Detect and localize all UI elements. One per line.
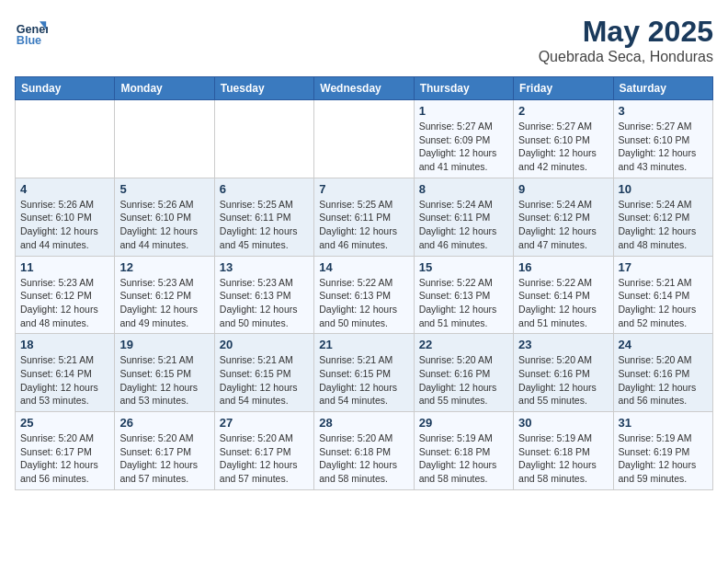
calendar-cell: 25Sunrise: 5:20 AM Sunset: 6:17 PM Dayli… [16, 412, 115, 490]
calendar-cell: 11Sunrise: 5:23 AM Sunset: 6:12 PM Dayli… [16, 256, 115, 334]
calendar-cell [214, 100, 313, 178]
day-info: Sunrise: 5:20 AM Sunset: 6:17 PM Dayligh… [20, 431, 109, 486]
day-number: 15 [419, 260, 508, 274]
day-info: Sunrise: 5:20 AM Sunset: 6:16 PM Dayligh… [518, 353, 608, 408]
day-header-tuesday: Tuesday [214, 77, 313, 100]
calendar-cell: 3Sunrise: 5:27 AM Sunset: 6:10 PM Daylig… [613, 100, 712, 178]
day-info: Sunrise: 5:21 AM Sunset: 6:14 PM Dayligh… [20, 353, 109, 408]
day-info: Sunrise: 5:20 AM Sunset: 6:16 PM Dayligh… [619, 353, 708, 408]
calendar-cell: 9Sunrise: 5:24 AM Sunset: 6:12 PM Daylig… [514, 178, 613, 256]
day-number: 13 [220, 260, 309, 274]
day-info: Sunrise: 5:22 AM Sunset: 6:14 PM Dayligh… [518, 276, 608, 330]
day-header-thursday: Thursday [414, 77, 513, 100]
calendar-cell [16, 100, 115, 178]
day-number: 28 [319, 416, 408, 430]
calendar-cell: 14Sunrise: 5:22 AM Sunset: 6:13 PM Dayli… [314, 256, 414, 334]
calendar-cell: 8Sunrise: 5:24 AM Sunset: 6:11 PM Daylig… [414, 178, 513, 256]
day-number: 23 [518, 338, 608, 351]
calendar-cell: 31Sunrise: 5:19 AM Sunset: 6:19 PM Dayli… [613, 412, 712, 490]
day-number: 18 [20, 338, 109, 351]
day-info: Sunrise: 5:24 AM Sunset: 6:12 PM Dayligh… [518, 198, 608, 252]
calendar-cell: 16Sunrise: 5:22 AM Sunset: 6:14 PM Dayli… [514, 256, 613, 334]
day-info: Sunrise: 5:19 AM Sunset: 6:18 PM Dayligh… [518, 431, 608, 486]
day-number: 24 [619, 338, 708, 351]
day-info: Sunrise: 5:27 AM Sunset: 6:10 PM Dayligh… [518, 120, 608, 174]
calendar-cell: 15Sunrise: 5:22 AM Sunset: 6:13 PM Dayli… [414, 256, 513, 334]
calendar-cell: 5Sunrise: 5:26 AM Sunset: 6:10 PM Daylig… [115, 178, 214, 256]
calendar-table: SundayMondayTuesdayWednesdayThursdayFrid… [15, 76, 713, 490]
svg-text:Blue: Blue [17, 34, 41, 47]
day-header-monday: Monday [115, 77, 214, 100]
day-number: 25 [20, 416, 109, 430]
day-info: Sunrise: 5:23 AM Sunset: 6:13 PM Dayligh… [220, 276, 309, 330]
day-info: Sunrise: 5:22 AM Sunset: 6:13 PM Dayligh… [319, 276, 408, 330]
calendar-cell: 6Sunrise: 5:25 AM Sunset: 6:11 PM Daylig… [214, 178, 313, 256]
calendar-cell: 24Sunrise: 5:20 AM Sunset: 6:16 PM Dayli… [613, 334, 712, 412]
day-number: 26 [119, 416, 209, 430]
day-info: Sunrise: 5:20 AM Sunset: 6:18 PM Dayligh… [319, 431, 408, 486]
day-info: Sunrise: 5:26 AM Sunset: 6:10 PM Dayligh… [119, 198, 209, 252]
day-info: Sunrise: 5:20 AM Sunset: 6:16 PM Dayligh… [419, 353, 508, 408]
day-number: 10 [619, 182, 708, 196]
day-info: Sunrise: 5:22 AM Sunset: 6:13 PM Dayligh… [419, 276, 508, 330]
day-number: 21 [319, 338, 408, 351]
day-number: 29 [419, 416, 508, 430]
day-header-saturday: Saturday [613, 77, 712, 100]
day-number: 7 [319, 182, 408, 196]
day-number: 14 [319, 260, 408, 274]
calendar-cell: 28Sunrise: 5:20 AM Sunset: 6:18 PM Dayli… [314, 412, 414, 490]
calendar-cell: 18Sunrise: 5:21 AM Sunset: 6:14 PM Dayli… [16, 334, 115, 412]
calendar-cell: 7Sunrise: 5:25 AM Sunset: 6:11 PM Daylig… [314, 178, 414, 256]
logo-icon: General Blue [15, 15, 48, 48]
day-header-friday: Friday [514, 77, 613, 100]
day-info: Sunrise: 5:25 AM Sunset: 6:11 PM Dayligh… [220, 198, 309, 252]
day-number: 11 [20, 260, 109, 274]
calendar-cell [314, 100, 414, 178]
calendar-cell: 19Sunrise: 5:21 AM Sunset: 6:15 PM Dayli… [115, 334, 214, 412]
day-info: Sunrise: 5:19 AM Sunset: 6:19 PM Dayligh… [619, 431, 708, 486]
day-info: Sunrise: 5:27 AM Sunset: 6:09 PM Dayligh… [419, 120, 508, 174]
day-info: Sunrise: 5:21 AM Sunset: 6:14 PM Dayligh… [619, 276, 708, 330]
day-number: 1 [419, 104, 508, 118]
day-number: 3 [619, 104, 708, 118]
calendar-cell: 22Sunrise: 5:20 AM Sunset: 6:16 PM Dayli… [414, 334, 513, 412]
day-header-sunday: Sunday [16, 77, 115, 100]
day-number: 22 [419, 338, 508, 351]
day-number: 19 [119, 338, 209, 351]
day-info: Sunrise: 5:27 AM Sunset: 6:10 PM Dayligh… [619, 120, 708, 174]
day-number: 5 [119, 182, 209, 196]
day-info: Sunrise: 5:26 AM Sunset: 6:10 PM Dayligh… [20, 198, 109, 252]
day-info: Sunrise: 5:25 AM Sunset: 6:11 PM Dayligh… [319, 198, 408, 252]
day-number: 17 [619, 260, 708, 274]
day-number: 6 [220, 182, 309, 196]
calendar-cell: 17Sunrise: 5:21 AM Sunset: 6:14 PM Dayli… [613, 256, 712, 334]
day-info: Sunrise: 5:20 AM Sunset: 6:17 PM Dayligh… [119, 431, 209, 486]
day-info: Sunrise: 5:23 AM Sunset: 6:12 PM Dayligh… [20, 276, 109, 330]
calendar-cell [115, 100, 214, 178]
day-info: Sunrise: 5:23 AM Sunset: 6:12 PM Dayligh… [119, 276, 209, 330]
day-info: Sunrise: 5:21 AM Sunset: 6:15 PM Dayligh… [119, 353, 209, 408]
day-number: 30 [518, 416, 608, 430]
calendar-cell: 12Sunrise: 5:23 AM Sunset: 6:12 PM Dayli… [115, 256, 214, 334]
calendar-cell: 2Sunrise: 5:27 AM Sunset: 6:10 PM Daylig… [514, 100, 613, 178]
calendar-cell: 29Sunrise: 5:19 AM Sunset: 6:18 PM Dayli… [414, 412, 513, 490]
location-subtitle: Quebrada Seca, Honduras [539, 49, 713, 65]
page-header: General Blue May 2025 Quebrada Seca, Hon… [15, 15, 713, 65]
calendar-cell: 26Sunrise: 5:20 AM Sunset: 6:17 PM Dayli… [115, 412, 214, 490]
day-number: 31 [619, 416, 708, 430]
day-number: 9 [518, 182, 608, 196]
calendar-cell: 21Sunrise: 5:21 AM Sunset: 6:15 PM Dayli… [314, 334, 414, 412]
day-info: Sunrise: 5:21 AM Sunset: 6:15 PM Dayligh… [319, 353, 408, 408]
calendar-cell: 23Sunrise: 5:20 AM Sunset: 6:16 PM Dayli… [514, 334, 613, 412]
month-title: May 2025 [539, 15, 713, 49]
calendar-cell: 20Sunrise: 5:21 AM Sunset: 6:15 PM Dayli… [214, 334, 313, 412]
calendar-cell: 27Sunrise: 5:20 AM Sunset: 6:17 PM Dayli… [214, 412, 313, 490]
calendar-cell: 10Sunrise: 5:24 AM Sunset: 6:12 PM Dayli… [613, 178, 712, 256]
calendar-cell: 1Sunrise: 5:27 AM Sunset: 6:09 PM Daylig… [414, 100, 513, 178]
calendar-cell: 13Sunrise: 5:23 AM Sunset: 6:13 PM Dayli… [214, 256, 313, 334]
day-number: 4 [20, 182, 109, 196]
day-number: 12 [119, 260, 209, 274]
day-number: 27 [220, 416, 309, 430]
day-number: 2 [518, 104, 608, 118]
day-header-wednesday: Wednesday [314, 77, 414, 100]
